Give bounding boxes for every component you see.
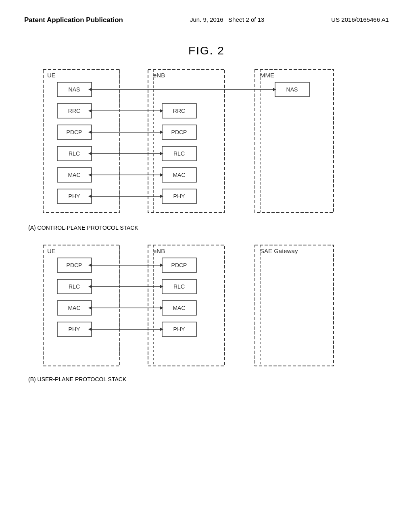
svg-text:RRC: RRC xyxy=(68,108,80,114)
svg-text:PDCP: PDCP xyxy=(171,262,187,268)
svg-text:PDCP: PDCP xyxy=(171,129,187,135)
svg-marker-49 xyxy=(88,195,92,198)
svg-text:UE: UE xyxy=(47,72,56,79)
diagram-b: UE eNB SAE Gateway PDCP RLC MAC PHY PDCP… xyxy=(31,241,382,374)
svg-marker-44 xyxy=(160,152,163,155)
svg-text:NAS: NAS xyxy=(286,86,298,93)
svg-text:NAS: NAS xyxy=(69,86,80,93)
svg-text:PDCP: PDCP xyxy=(67,262,82,268)
date: Jun. 9, 2016 xyxy=(190,16,223,23)
svg-text:eNB: eNB xyxy=(153,247,165,254)
svg-text:RLC: RLC xyxy=(173,283,185,290)
diagram-a-label: (A) CONTROL-PLANE PROTOCOL STACK xyxy=(28,224,389,231)
svg-marker-43 xyxy=(88,152,92,155)
svg-marker-37 xyxy=(88,109,92,112)
svg-text:RRC: RRC xyxy=(173,108,185,114)
svg-text:RLC: RLC xyxy=(69,150,80,157)
svg-marker-35 xyxy=(273,88,276,91)
svg-text:PHY: PHY xyxy=(69,193,80,200)
svg-text:RLC: RLC xyxy=(69,283,80,290)
svg-rect-0 xyxy=(43,69,120,212)
svg-marker-78 xyxy=(160,264,163,267)
svg-text:RLC: RLC xyxy=(173,150,185,157)
date-sheet: Jun. 9, 2016 Sheet 2 of 13 xyxy=(190,16,264,23)
svg-text:MAC: MAC xyxy=(173,172,185,178)
svg-rect-56 xyxy=(255,245,334,366)
svg-marker-47 xyxy=(160,173,163,177)
svg-text:PHY: PHY xyxy=(173,193,185,200)
sheet: Sheet 2 of 13 xyxy=(228,16,264,23)
diagram-b-label: (B) USER-PLANE PROTOCOL STACK xyxy=(28,376,389,382)
svg-text:MAC: MAC xyxy=(68,305,80,311)
svg-text:MME: MME xyxy=(260,72,274,79)
svg-marker-86 xyxy=(88,328,92,331)
svg-marker-38 xyxy=(160,109,163,112)
page-header: Patent Application Publication Jun. 9, 2… xyxy=(0,0,413,32)
diagram-a: UE eNB MME NAS RRC PDCP RLC MAC PHY xyxy=(31,65,382,222)
svg-text:SAE Gateway: SAE Gateway xyxy=(260,247,298,254)
svg-text:MAC: MAC xyxy=(173,305,185,311)
svg-text:PHY: PHY xyxy=(173,326,185,332)
svg-text:eNB: eNB xyxy=(153,72,165,79)
figure-title: FIG. 2 xyxy=(0,44,413,57)
svg-marker-80 xyxy=(88,285,92,288)
svg-marker-41 xyxy=(160,131,163,134)
svg-text:UE: UE xyxy=(47,247,56,254)
svg-marker-34 xyxy=(88,88,92,91)
svg-marker-77 xyxy=(88,264,92,267)
svg-rect-2 xyxy=(148,69,225,212)
publication-title: Patent Application Publication xyxy=(24,16,123,24)
svg-marker-84 xyxy=(160,306,163,310)
patent-number: US 2016/0165466 A1 xyxy=(331,16,389,23)
svg-marker-40 xyxy=(88,131,92,134)
svg-text:PHY: PHY xyxy=(69,326,80,332)
svg-text:PDCP: PDCP xyxy=(67,129,82,135)
main-content: UE eNB MME NAS RRC PDCP RLC MAC PHY xyxy=(0,65,413,382)
svg-marker-83 xyxy=(88,306,92,310)
svg-text:MAC: MAC xyxy=(68,172,80,178)
svg-marker-87 xyxy=(160,328,163,331)
svg-marker-50 xyxy=(160,195,163,198)
svg-marker-46 xyxy=(88,173,92,177)
svg-marker-81 xyxy=(160,285,163,288)
